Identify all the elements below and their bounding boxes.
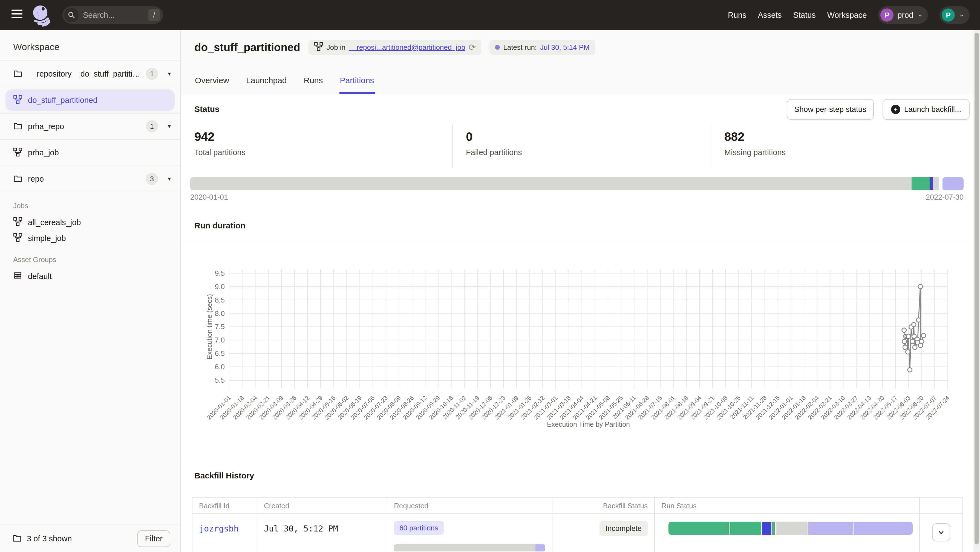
bar-segment (776, 522, 808, 535)
data-point-marker[interactable] (910, 339, 915, 344)
column-header-backfill-id: Backfill Id (192, 498, 257, 514)
stat-label: Missing partitions (724, 148, 970, 157)
bar-segment (394, 544, 535, 552)
sidebar-item-label: default (28, 272, 52, 281)
backfill-id-link[interactable]: jozrgsbh (199, 524, 239, 533)
workspace-sidebar: Workspace __repository__do_stuff_partiti… (0, 30, 181, 552)
sidebar-item-default[interactable]: default (0, 268, 180, 284)
data-point-marker[interactable] (920, 339, 924, 344)
stat-failed-partitions: 0Failed partitions (453, 124, 711, 168)
nav-link-workspace[interactable]: Workspace (827, 11, 867, 20)
scrollbar-thumb[interactable] (975, 33, 979, 544)
sidebar-item-simple_job[interactable]: simple_job (0, 230, 180, 246)
item-count-badge: 3 (146, 173, 158, 185)
range-start-label: 2020-01-01 (190, 193, 228, 201)
data-point-marker[interactable] (902, 328, 906, 332)
job-origin-link[interactable]: __reposi...artitioned@partitioned_job (349, 43, 465, 52)
search-placeholder: Search... (83, 11, 148, 20)
bar-segment (535, 544, 545, 552)
dropdown-caret-icon[interactable]: ▾ (168, 123, 171, 130)
stat-label: Failed partitions (466, 148, 711, 157)
data-point-marker[interactable] (903, 345, 907, 350)
sidebar-item-all_cereals_job[interactable]: all_cereals_job (0, 214, 180, 230)
bar-segment (190, 177, 912, 190)
sidebar-item-do-stuff-partitioned[interactable]: do_stuff_partitioned (0, 87, 180, 114)
run-status-bar[interactable] (668, 522, 913, 535)
top-nav-links: RunsAssetsStatusWorkspace P prod ⌄ P ⌄ (728, 0, 970, 30)
stat-value: 942 (194, 130, 452, 144)
job-tabs: OverviewLaunchpadRunsPartitions (194, 76, 375, 94)
row-actions-cell (920, 514, 963, 552)
tab-runs[interactable]: Runs (303, 76, 324, 94)
bar-segment (930, 177, 933, 190)
job-header: do_stuff_partitioned Job in __reposi...a… (181, 30, 974, 94)
deployment-avatar: P (880, 8, 894, 22)
item-count-badge: 1 (146, 68, 158, 80)
filter-button[interactable]: Filter (137, 530, 170, 547)
partition-status-bar[interactable] (190, 177, 964, 190)
y-tick-label: 8.5 (215, 296, 225, 304)
sidebar-item-label: all_cereals_job (28, 218, 81, 227)
execution-time-line (904, 287, 924, 370)
deployment-switcher[interactable]: P prod ⌄ (878, 6, 928, 24)
data-point-marker[interactable] (912, 322, 916, 327)
backfill-history-heading: Backfill History (194, 471, 254, 480)
dropdown-caret-icon[interactable]: ▾ (168, 175, 171, 182)
latest-run-tag: Latest run: Jul 30, 5:14 PM (490, 40, 595, 55)
data-point-marker[interactable] (918, 284, 923, 289)
chart-caption: Execution Time by Partition (547, 420, 630, 428)
bar-segment (933, 177, 939, 190)
job-icon (13, 148, 22, 158)
top-nav-bar: Search... / RunsAssetsStatusWorkspace P … (0, 0, 980, 30)
sidebar-item-label: __repository__do_stuff_partitio... (28, 70, 140, 79)
sidebar-item-prha-job[interactable]: prha_job (0, 140, 180, 166)
search-shortcut-badge: / (148, 9, 160, 21)
bar-segment (772, 522, 775, 535)
sidebar-item-repo[interactable]: repo3▾ (0, 166, 180, 192)
folder-icon (13, 174, 22, 184)
hamburger-menu-icon[interactable] (11, 10, 22, 21)
data-point-marker[interactable] (906, 334, 911, 339)
sidebar-item--repository-do-stuff-partitio-[interactable]: __repository__do_stuff_partitio...1▾ (0, 61, 180, 87)
requested-cell: 60 partitions2020-01-012022-07-30 (387, 514, 552, 552)
chevron-down-icon (937, 528, 945, 536)
sidebar-item-label: prha_repo (28, 122, 64, 131)
requested-progress-bar (394, 544, 545, 552)
data-point-marker[interactable] (916, 318, 921, 322)
plus-icon: + (891, 105, 900, 114)
nav-link-assets[interactable]: Assets (758, 11, 782, 20)
search-icon (64, 8, 79, 22)
latest-run-prefix: Latest run: (503, 43, 537, 52)
user-menu[interactable]: P ⌄ (940, 6, 970, 24)
data-point-marker[interactable] (905, 350, 910, 354)
vertical-scrollbar[interactable] (974, 30, 980, 552)
sidebar-section-label: Asset Groups (0, 246, 180, 268)
nav-link-runs[interactable]: Runs (728, 11, 746, 20)
expand-row-button[interactable] (932, 523, 950, 541)
run-status-cell (655, 514, 920, 552)
data-point-marker[interactable] (902, 339, 907, 344)
dagster-logo-icon[interactable] (31, 3, 54, 27)
nav-link-status[interactable]: Status (793, 11, 816, 20)
show-per-step-status-button[interactable]: Show per-step status (787, 99, 874, 120)
data-point-marker[interactable] (921, 333, 926, 338)
launch-backfill-button[interactable]: + Launch backfill... (883, 99, 970, 120)
partitions-chip[interactable]: 60 partitions (394, 521, 444, 535)
data-point-marker[interactable] (908, 368, 912, 372)
main-content: do_stuff_partitioned Job in __reposi...a… (181, 30, 974, 552)
sidebar-item-label: repo (28, 174, 44, 184)
dropdown-caret-icon[interactable]: ▾ (168, 70, 171, 78)
tab-launchpad[interactable]: Launchpad (245, 76, 287, 94)
folder-icon (13, 533, 22, 544)
column-header-backfill-status: Backfill Status (552, 498, 655, 514)
latest-run-link[interactable]: Jul 30, 5:14 PM (540, 43, 590, 52)
column-header-created: Created (257, 498, 387, 514)
tab-partitions[interactable]: Partitions (339, 76, 375, 94)
partition-stats: 942Total partitions0Failed partitions882… (194, 124, 970, 168)
search-input[interactable]: Search... / (62, 6, 163, 24)
launch-backfill-label: Launch backfill... (904, 105, 961, 114)
refresh-icon[interactable]: ⟳ (468, 42, 476, 52)
data-point-marker[interactable] (913, 345, 917, 350)
sidebar-item-prha-repo[interactable]: prha_repo1▾ (0, 114, 180, 140)
tab-overview[interactable]: Overview (194, 76, 230, 94)
